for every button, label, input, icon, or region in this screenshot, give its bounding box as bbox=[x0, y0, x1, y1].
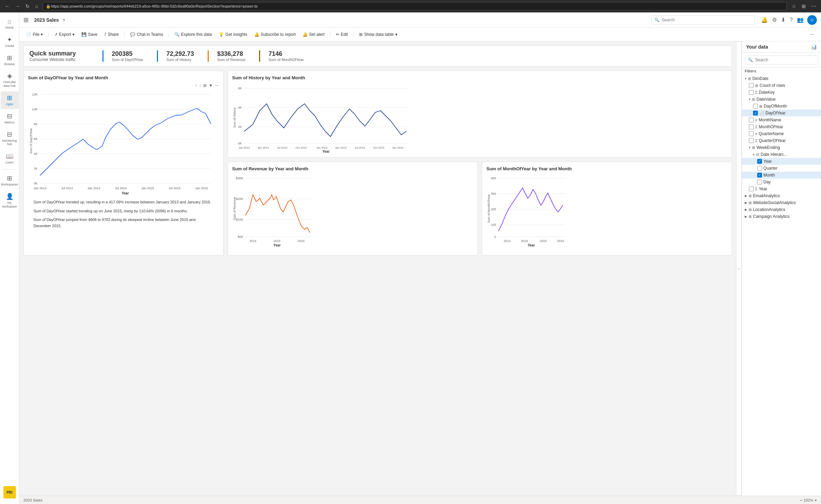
tree-quarterofyear[interactable]: Σ QuarterOfYear bbox=[742, 137, 821, 144]
back-button[interactable]: ← bbox=[3, 3, 12, 10]
count-rows-checkbox[interactable] bbox=[749, 83, 754, 88]
tree-day[interactable]: Day bbox=[742, 179, 821, 185]
panel-collapse-button[interactable]: ‹ bbox=[736, 41, 742, 496]
explore-data-button[interactable]: 🔍 Explore this data bbox=[172, 31, 215, 38]
chart-history-title: Sum of History by Year and Month bbox=[232, 75, 728, 80]
chat-in-teams-button[interactable]: 💬 Chat in Teams bbox=[127, 31, 166, 38]
share-button[interactable]: 👥 bbox=[796, 15, 804, 25]
export-button[interactable]: ↗ Export ▾ bbox=[51, 31, 77, 38]
sidebar-item-create[interactable]: ✦ Create bbox=[1, 33, 19, 51]
share-toolbar-button[interactable]: ⤴ Share bbox=[101, 31, 121, 38]
tree-campaignanalytics[interactable]: ▶ ⊞ Campaign Analytics bbox=[742, 213, 821, 220]
get-insights-button[interactable]: 💡 Get insights bbox=[216, 31, 250, 38]
sort-asc-btn[interactable]: ↑ bbox=[195, 83, 197, 88]
forward-button[interactable]: → bbox=[13, 3, 22, 10]
tree-monthofyear[interactable]: Σ MonthOfYear bbox=[742, 123, 821, 130]
quarterofyear-checkbox[interactable] bbox=[749, 138, 754, 143]
metric-dayofyear: 200385 Sum of DayOfYear bbox=[102, 50, 151, 62]
subscribe-button[interactable]: 🔔 Subscribe to report bbox=[251, 31, 298, 38]
download-button[interactable]: ⬇ bbox=[780, 15, 786, 25]
day-checkbox[interactable] bbox=[757, 180, 762, 184]
tree-websitesocial[interactable]: ▶ ⊞ WebsiteSocialAnalytics bbox=[742, 199, 821, 206]
tree-weekending[interactable]: ▾ ⊞ WeekEnding bbox=[742, 144, 821, 151]
quartername-label: QuarterName bbox=[759, 131, 818, 136]
sidebar-item-apps[interactable]: ⊞ Apps bbox=[1, 91, 19, 109]
tree-quartername[interactable]: ≡ QuarterName bbox=[742, 130, 821, 137]
extensions-button[interactable]: ⊞ bbox=[800, 3, 808, 10]
tree-quarter[interactable]: Quarter bbox=[742, 165, 821, 172]
tree-datekey[interactable]: Σ DateKey bbox=[742, 89, 821, 96]
tree-count-rows[interactable]: ⊞ Count of rows bbox=[742, 82, 821, 89]
settings-button[interactable]: ⋯ bbox=[809, 3, 818, 10]
sidebar-item-workspaces[interactable]: ⊞ Workspaces bbox=[1, 172, 19, 189]
chart1-expand-btn[interactable]: ⊞ bbox=[203, 83, 207, 88]
tree-emailanalytics[interactable]: ▶ ⊞ EmailAnalytics bbox=[742, 192, 821, 199]
quarter-checkbox[interactable] bbox=[757, 166, 762, 171]
sidebar-item-myworkspace[interactable]: 👤 My workspace bbox=[1, 190, 19, 211]
weekending-label: WeekEnding bbox=[756, 145, 818, 150]
dayofmonth-checkbox[interactable] bbox=[753, 104, 758, 109]
sidebar-item-learn[interactable]: 📖 Learn bbox=[1, 150, 19, 167]
sidebar-item-monitoring[interactable]: ⊟ Monitoring hub bbox=[1, 128, 19, 149]
tree-monthname[interactable]: ≡ MonthName bbox=[742, 117, 821, 123]
tree-locationanalytics[interactable]: ▶ ⊞ LocationAnalytics bbox=[742, 206, 821, 213]
monthofyear-checkbox[interactable] bbox=[749, 124, 754, 129]
home-button[interactable]: ⌂ bbox=[33, 3, 40, 10]
report-title-dropdown[interactable]: ▾ bbox=[63, 18, 65, 22]
export-dropdown-icon: ▾ bbox=[72, 32, 75, 37]
charts-container: Sum of DayOfYear by Year and Month ↑ ↓ ⊞… bbox=[23, 71, 732, 255]
browser-nav[interactable]: ← → ↻ ⌂ bbox=[3, 3, 40, 10]
chart1-more-btn[interactable]: ⋯ bbox=[215, 83, 219, 88]
more-options-button[interactable]: ⋯ bbox=[807, 31, 817, 38]
address-bar[interactable]: 🔒 https://app.powerbi.com/groups/me/repo… bbox=[43, 2, 787, 10]
chart1-filter-btn[interactable]: ▼ bbox=[209, 83, 213, 88]
tree-dimdate[interactable]: ▾ ⊞ DimDate bbox=[742, 75, 821, 82]
global-search[interactable]: 🔍 bbox=[651, 15, 755, 25]
show-data-table-button[interactable]: ⊞ Show data table ▾ bbox=[356, 31, 400, 38]
sort-desc-btn[interactable]: ↓ bbox=[199, 83, 201, 88]
tree-dayofmonth[interactable]: ⊞ DayOfMonth bbox=[742, 103, 821, 110]
quartername-checkbox[interactable] bbox=[749, 131, 754, 136]
monthname-checkbox[interactable] bbox=[749, 118, 754, 122]
zoom-out-button[interactable]: − bbox=[800, 498, 802, 502]
tree-datehierarchy[interactable]: ▾ ⊟ Date Hierarc... bbox=[742, 151, 821, 158]
monthofyear-icon: Σ bbox=[755, 125, 758, 129]
dayofyear-checkbox[interactable]: ✓ bbox=[753, 111, 758, 115]
tree-dayofyear[interactable]: ✓ ⬜ DayOfYear bbox=[742, 110, 821, 117]
notification-button[interactable]: 🔔 bbox=[760, 15, 769, 25]
tree-month[interactable]: ✓ Month bbox=[742, 172, 821, 179]
panel-search-input[interactable] bbox=[755, 58, 815, 62]
save-button[interactable]: 💾 Save bbox=[79, 31, 100, 38]
avatar-button[interactable]: U bbox=[807, 15, 817, 25]
svg-text:2016: 2016 bbox=[557, 239, 564, 243]
app-grid-icon[interactable]: ⊞ bbox=[23, 16, 29, 24]
settings-button[interactable]: ⚙ bbox=[771, 15, 778, 25]
sidebar-item-browse[interactable]: ⊞ Browse bbox=[1, 51, 19, 69]
help-button[interactable]: ? bbox=[789, 15, 793, 25]
websitesocial-icon: ⊞ bbox=[749, 201, 752, 205]
year-sigma-checkbox[interactable] bbox=[749, 187, 754, 191]
refresh-button[interactable]: ↻ bbox=[23, 3, 32, 10]
panel-chart-icon[interactable]: 📊 bbox=[811, 44, 817, 50]
edit-button[interactable]: ✏ Edit bbox=[333, 31, 351, 38]
dimdate-label: DimDate bbox=[752, 76, 818, 81]
file-button[interactable]: 📄 File ▾ bbox=[23, 31, 46, 38]
panel-search-field[interactable]: 🔍 bbox=[745, 56, 818, 64]
month-checkbox[interactable]: ✓ bbox=[757, 173, 762, 178]
year-checkbox[interactable]: ✓ bbox=[757, 159, 762, 164]
metric-dayofyear-label: Sum of DayOfYear bbox=[112, 58, 143, 62]
set-alert-button[interactable]: 🔔 Set alert bbox=[300, 31, 327, 38]
sidebar-item-metrics[interactable]: ⊟ Metrics bbox=[1, 110, 19, 127]
bookmark-button[interactable]: ☆ bbox=[790, 3, 798, 10]
svg-text:2K: 2K bbox=[34, 167, 38, 170]
search-input[interactable] bbox=[662, 18, 752, 22]
sidebar-item-home[interactable]: ⌂ Home bbox=[1, 15, 19, 32]
tree-year[interactable]: ✓ Year bbox=[742, 158, 821, 165]
tree-year-sigma[interactable]: Σ Year bbox=[742, 185, 821, 192]
sidebar-item-onelake[interactable]: ◈ OneLake data hub bbox=[1, 69, 19, 91]
svg-text:200: 200 bbox=[491, 208, 496, 211]
zoom-in-button[interactable]: + bbox=[815, 498, 817, 502]
datekey-checkbox[interactable] bbox=[749, 90, 754, 95]
tree-datevalue[interactable]: ▾ ⊞ DateValue bbox=[742, 96, 821, 103]
day-label: Day bbox=[763, 180, 818, 184]
